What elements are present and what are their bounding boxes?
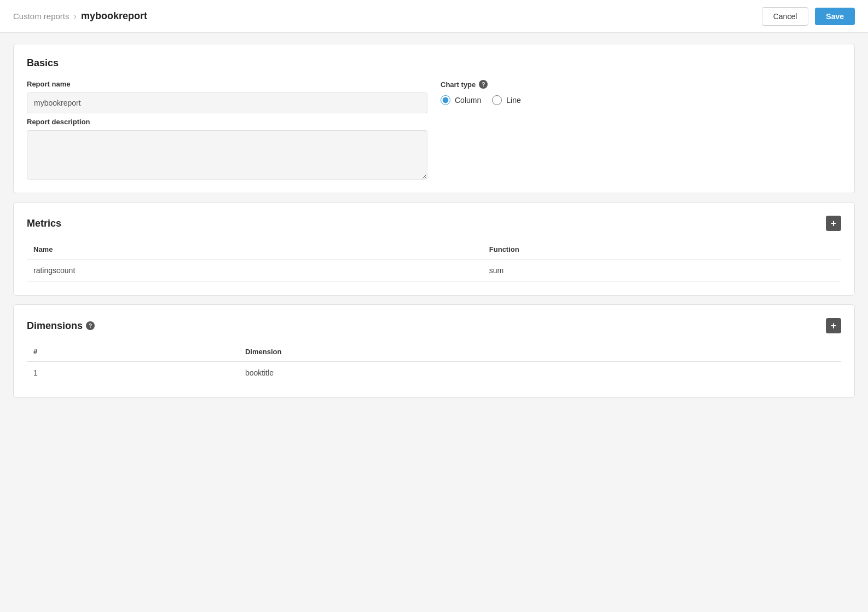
basics-left-col: Report name Report description [27, 80, 427, 180]
metrics-col-function: Function [483, 240, 841, 259]
metrics-table: Name Function ratingscount sum [27, 240, 841, 282]
cancel-button[interactable]: Cancel [762, 7, 809, 26]
chart-type-radio-group: Column Line [441, 95, 841, 105]
report-name-group: Report name [27, 80, 427, 113]
save-button[interactable]: Save [815, 8, 855, 25]
radio-line-label: Line [506, 96, 520, 105]
report-name-label: Report name [27, 80, 427, 88]
dimensions-add-button[interactable]: + [826, 318, 841, 333]
radio-line[interactable]: Line [492, 95, 520, 105]
breadcrumb-current: mybookreport [81, 10, 147, 22]
metrics-title: Metrics [27, 218, 61, 229]
dimensions-table-row: 1 booktitle [27, 362, 841, 384]
metrics-header: Metrics + [27, 216, 841, 231]
chart-type-help-icon: ? [479, 80, 488, 89]
report-description-label: Report description [27, 118, 427, 126]
chart-type-label-row: Chart type ? [441, 80, 841, 89]
dimensions-col-dimension: Dimension [239, 342, 841, 362]
basics-card: Basics Report name Report description Ch… [13, 44, 855, 193]
metrics-cell-name: ratingscount [27, 259, 483, 282]
main-content: Basics Report name Report description Ch… [0, 33, 868, 409]
chart-type-section: Chart type ? Column Line [441, 80, 841, 105]
top-bar: Custom reports › mybookreport Cancel Sav… [0, 0, 868, 33]
chart-type-label-text: Chart type [441, 80, 476, 89]
dimensions-col-number: # [27, 342, 239, 362]
basics-right-col: Chart type ? Column Line [441, 80, 841, 180]
report-description-textarea[interactable] [27, 130, 427, 180]
dimensions-title: Dimensions [27, 320, 83, 332]
top-actions: Cancel Save [762, 7, 855, 26]
metrics-table-header-row: Name Function [27, 240, 841, 259]
dimensions-header: Dimensions ? + [27, 318, 841, 333]
metrics-card: Metrics + Name Function ratingscount sum [13, 202, 855, 296]
radio-line-input[interactable] [492, 95, 502, 105]
report-description-group: Report description [27, 118, 427, 180]
dimensions-card: Dimensions ? + # Dimension 1 booktitle [13, 304, 855, 398]
breadcrumb: Custom reports › mybookreport [13, 10, 147, 22]
metrics-col-name: Name [27, 240, 483, 259]
metrics-cell-function: sum [483, 259, 841, 282]
dimensions-table-header-row: # Dimension [27, 342, 841, 362]
dimensions-table: # Dimension 1 booktitle [27, 342, 841, 384]
dimensions-help-icon: ? [86, 321, 95, 330]
breadcrumb-separator: › [74, 11, 77, 21]
basics-grid: Report name Report description Chart typ… [27, 80, 841, 180]
metrics-table-row: ratingscount sum [27, 259, 841, 282]
dimensions-cell-number: 1 [27, 362, 239, 384]
breadcrumb-parent[interactable]: Custom reports [13, 11, 70, 21]
basics-title: Basics [27, 57, 841, 69]
radio-column[interactable]: Column [441, 95, 481, 105]
radio-column-label: Column [455, 96, 481, 105]
dimensions-cell-dimension: booktitle [239, 362, 841, 384]
report-name-input[interactable] [27, 93, 427, 113]
radio-column-input[interactable] [441, 95, 450, 105]
metrics-add-button[interactable]: + [826, 216, 841, 231]
